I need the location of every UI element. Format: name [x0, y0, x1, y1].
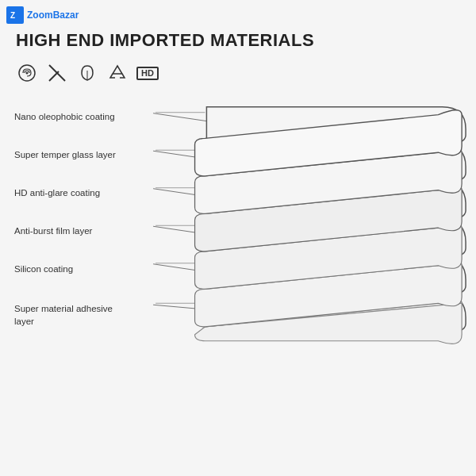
logo: Z ZoomBazar: [6, 6, 79, 24]
layers-visual: [0, 91, 476, 476]
layers-diagram: Nano oleophobic coating Super temper gla…: [0, 91, 476, 476]
page-title: HIGH END IMPORTED MATERIALS: [16, 30, 314, 51]
leaf-icon: [76, 62, 98, 84]
svg-text:Z: Z: [10, 11, 15, 20]
feature-icons-row: HD: [16, 62, 159, 84]
fingerprint-icon: [16, 62, 38, 84]
svg-line-4: [49, 71, 59, 81]
logo-svg: Z: [10, 10, 21, 21]
logo-icon: Z: [6, 6, 24, 24]
hd-badge: HD: [136, 67, 159, 80]
recycle-icon: [106, 62, 129, 84]
scissors-icon: [46, 62, 68, 84]
svg-point-2: [26, 72, 29, 75]
logo-text: ZoomBazar: [27, 10, 79, 21]
